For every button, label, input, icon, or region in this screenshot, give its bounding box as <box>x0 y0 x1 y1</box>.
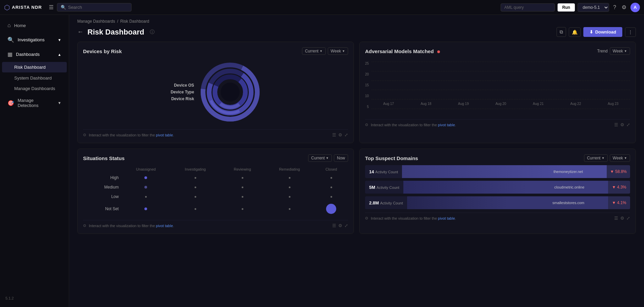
back-button[interactable]: ← <box>77 28 83 36</box>
bar-group-aug22[interactable]: Aug 22 <box>559 99 592 106</box>
cell-medium-reviewing[interactable] <box>221 183 264 192</box>
domains-week-btn[interactable]: Week ▼ <box>610 154 630 162</box>
adversarial-week-btn[interactable]: Week ▼ <box>610 47 630 55</box>
sidebar-version[interactable]: 5.1.2 <box>0 293 69 304</box>
cell-medium-unassigned[interactable] <box>122 183 169 192</box>
cell-notset-remediating[interactable] <box>264 202 314 216</box>
expand-icon[interactable]: ⤢ <box>626 216 630 221</box>
breadcrumb-parent[interactable]: Manage Dashboards <box>77 19 115 24</box>
domain-row-1[interactable]: 14 Activity Count themoneytizer.net ▼ 58… <box>365 165 630 178</box>
settings-icon[interactable]: ⚙ <box>620 122 624 127</box>
copy-button[interactable]: ⧉ <box>557 27 566 37</box>
domains-footer-link[interactable]: pivot table <box>438 216 455 220</box>
list-icon[interactable]: ☰ <box>614 216 618 221</box>
settings-icon[interactable]: ⚙ <box>338 132 342 137</box>
sidebar-item-manage-dashboards[interactable]: Manage Dashboards <box>0 83 69 94</box>
search-bar[interactable]: 🔍 <box>57 3 132 12</box>
devices-current-btn[interactable]: Current ▼ <box>302 47 326 55</box>
settings-icon[interactable]: ⚙ <box>620 3 628 12</box>
search-input[interactable] <box>68 5 128 10</box>
cell-notset-unassigned[interactable] <box>122 202 169 216</box>
bar-group-aug17[interactable]: Aug 17 <box>371 99 405 106</box>
situations-now-btn[interactable]: Now <box>334 154 348 162</box>
dot-high-unassigned <box>144 176 147 179</box>
cell-low-reviewing[interactable] <box>221 192 264 201</box>
domain-count-label-1: Activity Count <box>375 170 398 174</box>
dot-notset-reviewing <box>242 208 243 210</box>
situations-widget-footer: ⊙ Interact with the visualization to fil… <box>83 220 348 228</box>
list-icon[interactable]: ☰ <box>332 132 336 137</box>
list-icon[interactable]: ☰ <box>332 223 336 228</box>
sidebar-item-dashboards[interactable]: ▦ Dashboards ▲ <box>2 48 67 61</box>
cell-low-unassigned[interactable] <box>122 192 169 201</box>
sidebar-item-manage-detections[interactable]: 🎯 Manage Detections ▼ <box>2 94 67 111</box>
list-icon[interactable]: ☰ <box>614 122 618 127</box>
sidebar-dashboards-label: Dashboards <box>16 52 40 57</box>
domains-footer-text: Interact with the visualization to filte… <box>371 216 456 220</box>
chevron-down-icon: ▼ <box>320 49 323 53</box>
cell-low-closed[interactable] <box>315 192 347 201</box>
help-icon[interactable]: ? <box>612 3 618 12</box>
expand-icon[interactable]: ⤢ <box>626 122 630 127</box>
situations-current-btn[interactable]: Current ▼ <box>308 154 332 162</box>
bar-group-aug21[interactable]: Aug 21 <box>521 99 555 106</box>
download-button[interactable]: ⬇ Download <box>583 27 622 37</box>
expand-icon[interactable]: ⤢ <box>344 132 348 137</box>
dot-notset-closed <box>326 204 336 214</box>
dot-low-remediating <box>289 196 290 198</box>
y-label-25: 25 <box>365 62 369 65</box>
devices-week-btn[interactable]: Week ▼ <box>328 47 348 55</box>
aml-query-input[interactable]: AML query <box>501 3 555 12</box>
bar-group-aug19[interactable]: Aug 19 <box>446 99 480 106</box>
cell-notset-closed[interactable] <box>315 202 347 216</box>
sidebar-item-home[interactable]: ⌂ Home <box>2 19 67 32</box>
cell-high-investigating[interactable] <box>170 173 220 182</box>
chevron-up-icon: ▲ <box>58 52 61 57</box>
bar-chart-inner: 25 20 15 10 5 <box>365 62 630 116</box>
cell-medium-investigating[interactable] <box>170 183 220 192</box>
sidebar-item-investigations[interactable]: 🔍 Investigations ▼ <box>2 33 67 46</box>
footer-circle-icon: ⊙ <box>83 223 86 228</box>
donut-chart <box>200 62 261 123</box>
bar-group-aug23[interactable]: Aug 23 <box>596 99 630 106</box>
avatar[interactable]: A <box>630 3 640 12</box>
y-label-20: 20 <box>365 72 369 76</box>
cell-high-reviewing[interactable] <box>221 173 264 182</box>
adversarial-footer-link[interactable]: pivot table <box>438 123 455 127</box>
domain-count-value-3: 2.8M <box>369 200 379 205</box>
devices-widget-header: Devices by Risk Current ▼ Week ▼ <box>83 47 348 55</box>
info-icon[interactable]: ⓘ <box>150 29 155 35</box>
devices-footer-link[interactable]: pivot table <box>156 133 173 137</box>
cell-low-investigating[interactable] <box>170 192 220 201</box>
sidebar-item-system-dashboard[interactable]: System Dashboard <box>0 73 69 83</box>
domain-row-3[interactable]: 2.8M Activity Count smalleststores.com ▼… <box>365 196 630 209</box>
situations-footer-link[interactable]: pivot table <box>156 224 173 228</box>
run-button[interactable]: Run <box>558 3 575 12</box>
cell-low-remediating[interactable] <box>264 192 314 201</box>
cell-medium-closed[interactable] <box>315 183 347 192</box>
demo-version-select[interactable]: demo-5.1 <box>578 3 609 12</box>
settings-icon[interactable]: ⚙ <box>620 216 624 221</box>
devices-by-risk-widget: Devices by Risk Current ▼ Week ▼ <box>77 42 354 143</box>
cell-high-closed[interactable] <box>315 173 347 182</box>
expand-icon[interactable]: ⤢ <box>344 223 348 228</box>
bar-group-aug18[interactable]: Aug 18 <box>409 99 443 106</box>
download-icon: ⬇ <box>589 29 593 35</box>
cell-medium-remediating[interactable] <box>264 183 314 192</box>
more-button[interactable]: ⋮ <box>625 27 636 37</box>
domain-name-2: cloudmetric.online <box>554 185 584 189</box>
cell-high-remediating[interactable] <box>264 173 314 182</box>
col-header-investigating: Investigating <box>170 166 220 173</box>
settings-icon[interactable]: ⚙ <box>338 223 342 228</box>
cell-notset-reviewing[interactable] <box>221 202 264 216</box>
domains-current-btn[interactable]: Current ▼ <box>584 154 608 162</box>
domain-row-2[interactable]: 5M Activity Count cloudmetric.online ▼ 4… <box>365 181 630 194</box>
hamburger-icon[interactable]: ☰ <box>49 4 54 10</box>
bar-group-aug20[interactable]: Aug 20 <box>484 99 518 106</box>
sidebar-item-risk-dashboard[interactable]: Risk Dashboard <box>2 62 67 72</box>
bell-button[interactable]: 🔔 <box>569 27 581 37</box>
devices-widget-controls: Current ▼ Week ▼ <box>302 47 348 55</box>
dot-medium-reviewing <box>242 187 243 188</box>
cell-high-unassigned[interactable] <box>122 173 169 182</box>
cell-notset-investigating[interactable] <box>170 202 220 216</box>
